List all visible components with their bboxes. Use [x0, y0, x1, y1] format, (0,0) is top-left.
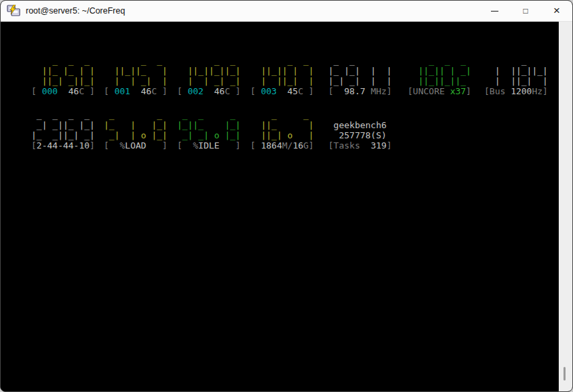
seven-segment-art: | ||_| | — [484, 76, 548, 86]
putty-app-icon[interactable] — [7, 5, 20, 17]
seven-segment-art: _| _| o |_| — [177, 130, 241, 140]
scrollbar-thumb[interactable] — [564, 367, 566, 380]
seven-segment-art: ||_||_||_ — [408, 76, 471, 86]
seven-segment-art: | | _| _| — [177, 76, 241, 86]
dashboard-box-core-003-frequency: _ _ ||_|| | | | ||_| |[ 003 45C ] — [250, 56, 314, 96]
dashboard-box-cpu-idle-percent: _ _ _ |_||_ |_| _| _| o |_|[ %IDLE ] — [177, 110, 241, 151]
seven-segment-art: |_ | |_| — [104, 120, 167, 130]
seven-segment-art: _| _||_ |_| — [31, 120, 95, 130]
box-label: [Bus 1200Hz] — [484, 86, 548, 96]
seven-segment-art: _ _ — [104, 110, 167, 120]
seven-segment-art: _ _ — [328, 56, 392, 66]
seven-segment-art: _ — [484, 56, 548, 66]
window-titlebar[interactable]: root@server5: ~/CoreFreq □ × — [1, 1, 572, 22]
box-label: [ 003 45C ] — [250, 86, 314, 96]
seven-segment-art: |_||_ |_| — [177, 120, 241, 130]
seven-segment-art: | ||_||_| — [484, 66, 548, 76]
seven-segment-art: geekbench6 — [328, 120, 392, 130]
seven-segment-art: ||_| o | — [250, 130, 314, 140]
terminal-screen[interactable]: _ _ _ ||_ |_ | | ||_| _||_|[ 000 46C ] _… — [1, 22, 559, 391]
seven-segment-art: ||_||_||_| — [177, 66, 241, 76]
dashboard-box-cpu-load-percent: _ _ |_ | |_| _| | o |_|[ %LOAD ] — [104, 110, 167, 151]
seven-segment-art: ||_|| | _| — [408, 66, 471, 76]
seven-segment-art: _ _ _ — [177, 110, 241, 120]
seven-segment-art: ||_ |_ | | — [31, 66, 95, 76]
seven-segment-art: _ _ _ _ — [31, 110, 95, 120]
seven-segment-art: _ _ — [250, 110, 314, 120]
close-button[interactable]: × — [541, 1, 572, 21]
seven-segment-art: _ _ _ — [31, 56, 95, 66]
box-label: [UNCORE x37] — [408, 86, 471, 96]
seven-segment-art: | | _| | — [104, 76, 167, 86]
seven-segment-art: ||_|| | | — [250, 66, 314, 76]
dashboard-box-dram-timings: _ _ _ _ _| _||_ |_||_ _||_| _|[2-44-44-1… — [31, 110, 95, 151]
box-label: [ 002 46C ] — [177, 86, 241, 96]
seven-segment-art: _ _ _ — [408, 56, 471, 66]
dashboard-box-memory-usage: _ _ ||_ | ||_| o |[ 1864M/16G] — [250, 110, 314, 151]
minimize-button[interactable] — [479, 1, 510, 21]
box-label: [ 001 46C ] — [104, 86, 167, 96]
seven-segment-art: |_ |_| | | — [328, 66, 392, 76]
dashboard-box-core-000-frequency: _ _ _ ||_ |_ | | ||_| _||_|[ 000 46C ] — [31, 56, 95, 96]
window-title: root@server5: ~/CoreFreq — [26, 6, 125, 16]
seven-segment-art: _| | o |_| — [104, 130, 167, 140]
box-label: [ 98.7 MHz] — [328, 86, 392, 96]
box-label: [Tasks 319] — [328, 140, 392, 151]
seven-segment-art: ||_||_ | — [104, 66, 167, 76]
seven-segment-art: _ _ — [250, 56, 314, 66]
seven-segment-art: 257778(S) — [328, 130, 392, 140]
box-label: [ %LOAD ] — [104, 140, 167, 151]
dashboard-box-bus-frequency: _ | ||_||_| | ||_| |[Bus 1200Hz] — [484, 56, 548, 96]
window-controls: □ × — [479, 1, 572, 21]
box-label: [2-44-44-10] — [31, 140, 95, 151]
box-label: [ 1864M/16G] — [250, 140, 314, 151]
dashboard-box-base-clock: _ _ |_ |_| | ||_| _| | |[ 98.7 MHz] — [328, 56, 392, 96]
minimize-line-icon — [491, 11, 498, 12]
scrollbar-track[interactable] — [559, 22, 572, 391]
box-label: [ 000 46C ] — [31, 86, 95, 96]
dashboard-box-core-001-frequency: _ _ ||_||_ | | | _| |[ 001 46C ] — [104, 56, 167, 96]
seven-segment-art: ||_ | — [250, 120, 314, 130]
seven-segment-art — [328, 110, 392, 120]
maximize-button[interactable]: □ — [510, 1, 541, 21]
seven-segment-art: ||_| _||_| — [31, 76, 95, 86]
seven-segment-art: |_ _||_| _| — [31, 130, 95, 140]
dashboard-box-task-monitor: geekbench6 257778(S) [Tasks 319] — [328, 110, 392, 151]
seven-segment-art: | ||_| | — [250, 76, 314, 86]
seven-segment-art: _ _ — [177, 56, 241, 66]
putty-window: root@server5: ~/CoreFreq □ × _ _ _ ||_ |… — [0, 0, 573, 392]
dashboard-box-uncore-frequency: _ _ _ ||_|| | _| ||_||_||_ [UNCORE x37] — [408, 56, 471, 96]
dashboard-box-core-002-frequency: _ _ ||_||_||_| | | _| _|[ 002 46C ] — [177, 56, 241, 96]
seven-segment-art: _ _ — [104, 56, 167, 66]
seven-segment-art: |_| _| | | — [328, 76, 392, 86]
box-label: [ %IDLE ] — [177, 140, 241, 151]
